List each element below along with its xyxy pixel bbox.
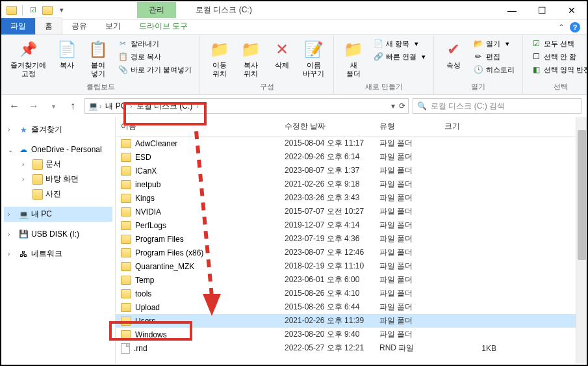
chevron-right-icon[interactable]: › xyxy=(99,103,101,110)
close-button[interactable]: ✕ xyxy=(557,1,587,20)
file-type: 파일 폴더 xyxy=(379,220,444,231)
file-date: 2021-02-26 오후 9:18 xyxy=(285,179,379,190)
history-icon: 🕓 xyxy=(473,64,483,75)
pin-button[interactable]: 📌 즐겨찾기에 고정 xyxy=(6,38,50,79)
file-row[interactable]: .rnd2022-05-27 오후 12:21RND 파일1KB xyxy=(116,341,587,355)
column-date[interactable]: 수정한 날짜 xyxy=(285,121,379,132)
tree-documents[interactable]: ›문서 xyxy=(4,157,112,172)
edit-icon: ✏ xyxy=(473,51,483,62)
back-button[interactable]: ← xyxy=(6,98,22,114)
tab-drive-tools[interactable]: 드라이브 도구 xyxy=(130,18,197,34)
folder-icon xyxy=(121,235,131,244)
copy-button[interactable]: 📄 복사 xyxy=(53,38,81,71)
chevron-right-icon[interactable]: › xyxy=(8,250,16,257)
recent-dropdown[interactable]: ▾ xyxy=(45,98,61,114)
dropdown-icon[interactable]: ▾ xyxy=(391,101,395,111)
column-type[interactable]: 유형 xyxy=(379,121,444,132)
tab-file[interactable]: 파일 xyxy=(1,18,35,34)
chevron-down-icon[interactable]: ⌄ xyxy=(8,146,16,153)
file-type: 파일 폴더 xyxy=(379,329,444,340)
file-name-cell: .rnd xyxy=(116,343,285,354)
search-input[interactable]: 🔍 로컬 디스크 (C:) 검색 xyxy=(413,98,582,114)
invert-selection-button[interactable]: ◧선택 영역 반전 xyxy=(528,64,588,75)
file-date: 2023-08-20 오후 9:40 xyxy=(285,329,379,340)
collapse-ribbon-icon[interactable]: ⌃ xyxy=(558,23,565,32)
scrollbar-thumb[interactable] xyxy=(578,130,586,260)
copy-path-label: 경로 복사 xyxy=(131,52,161,62)
move-icon: 📁 xyxy=(209,39,230,60)
paste-shortcut-button[interactable]: 📎바로 가기 붙여넣기 xyxy=(115,64,194,75)
folder-icon[interactable] xyxy=(42,6,53,15)
edit-button[interactable]: ✏편집 xyxy=(470,51,517,62)
link-icon: 🔗 xyxy=(373,51,383,62)
maximize-button[interactable]: ☐ xyxy=(527,1,557,20)
open-button[interactable]: 📂열기▾ xyxy=(470,38,517,49)
pc-icon: 💻 xyxy=(18,209,29,220)
file-name: .rnd xyxy=(134,344,147,353)
copy-to-button[interactable]: 📁 복사 위치 xyxy=(236,38,265,79)
ribbon: 📌 즐겨찾기에 고정 📄 복사 📋 붙여넣기 ✂잘라내기 📋경로 복사 📎바로 … xyxy=(1,35,587,95)
chevron-right-icon[interactable]: › xyxy=(8,126,16,133)
tree-desktop[interactable]: ›바탕 화면 xyxy=(4,172,112,187)
move-to-button[interactable]: 📁 이동 위치 xyxy=(205,38,234,79)
minimize-button[interactable]: — xyxy=(497,1,527,20)
star-icon: ★ xyxy=(18,125,29,135)
select-none-button[interactable]: ☐선택 안 함 xyxy=(528,51,588,62)
up-button[interactable]: ↑ xyxy=(65,98,81,114)
chevron-right-icon[interactable]: › xyxy=(8,211,16,218)
invert-icon: ◧ xyxy=(531,64,541,75)
select-all-button[interactable]: ☑모두 선택 xyxy=(528,38,588,49)
tab-share[interactable]: 공유 xyxy=(62,18,96,34)
quick-access-label: 빠른 연결 xyxy=(386,52,416,62)
copy-path-button[interactable]: 📋경로 복사 xyxy=(115,51,194,62)
refresh-icon[interactable]: ⟳ xyxy=(399,101,405,111)
navigation-pane: ›★즐겨찾기 ⌄☁OneDrive - Personal ›문서 ›바탕 화면 … xyxy=(1,117,116,363)
vertical-scrollbar[interactable] xyxy=(576,117,587,363)
qat-dropdown-icon[interactable]: ▾ xyxy=(57,5,67,16)
column-size[interactable]: 크기 xyxy=(444,121,509,132)
tree-quick-access[interactable]: ›★즐겨찾기 xyxy=(4,122,112,137)
tree-onedrive[interactable]: ⌄☁OneDrive - Personal xyxy=(4,142,112,157)
open-group-label: 열기 xyxy=(439,81,517,92)
file-date: 2015-07-07 오전 10:27 xyxy=(285,206,379,217)
chevron-right-icon[interactable]: › xyxy=(8,231,16,238)
new-folder-button[interactable]: 📁 새 폴더 xyxy=(339,38,368,79)
search-placeholder: 로컬 디스크 (C:) 검색 xyxy=(431,101,505,112)
chevron-down-icon: ▾ xyxy=(415,40,418,48)
tab-view[interactable]: 보기 xyxy=(96,18,130,34)
tree-label: 즐겨찾기 xyxy=(31,124,62,135)
file-type: 파일 폴더 xyxy=(379,261,444,272)
checkbox-icon[interactable]: ☑ xyxy=(28,5,38,16)
forward-button[interactable]: → xyxy=(26,98,42,114)
main-area: ›★즐겨찾기 ⌄☁OneDrive - Personal ›문서 ›바탕 화면 … xyxy=(1,117,587,363)
file-type: 파일 폴더 xyxy=(379,151,444,163)
tree-network[interactable]: ›🖧네트워크 xyxy=(4,246,112,261)
select-all-label: 모두 선택 xyxy=(544,39,574,49)
delete-button[interactable]: ✕ 삭제 xyxy=(268,38,296,71)
app-icon xyxy=(6,6,17,15)
annotation-arrow xyxy=(177,127,229,322)
rename-button[interactable]: 📝 이름 바꾸기 xyxy=(299,38,328,79)
file-type: 파일 폴더 xyxy=(379,247,444,258)
help-icon[interactable]: ? xyxy=(570,22,580,33)
tree-pictures[interactable]: 사진 xyxy=(4,187,112,202)
folder-icon xyxy=(121,221,131,230)
paste-button[interactable]: 📋 붙여넣기 xyxy=(84,38,112,79)
chevron-down-icon: ▾ xyxy=(505,40,509,48)
quick-access-button[interactable]: 🔗빠른 연결▾ xyxy=(370,51,428,62)
chevron-right-icon[interactable]: › xyxy=(22,176,30,183)
properties-button[interactable]: ✔ 속성 xyxy=(439,38,468,71)
folder-icon xyxy=(32,189,43,200)
tab-home[interactable]: 홈 xyxy=(35,18,62,34)
file-type: 파일 폴더 xyxy=(379,138,444,149)
file-date: 2021-02-26 오후 11:39 xyxy=(285,315,379,326)
chevron-right-icon[interactable]: › xyxy=(22,161,30,168)
tree-usb[interactable]: ›💾USB DISK (I:) xyxy=(4,227,112,241)
select-none-icon: ☐ xyxy=(531,51,541,62)
file-size: 1KB xyxy=(444,344,509,353)
history-button[interactable]: 🕓히스토리 xyxy=(470,64,517,75)
file-name: Upload xyxy=(135,303,160,312)
new-item-button[interactable]: 📄새 항목▾ xyxy=(370,38,428,49)
cut-button[interactable]: ✂잘라내기 xyxy=(115,38,194,49)
tree-my-pc[interactable]: ›💻내 PC xyxy=(4,207,112,222)
